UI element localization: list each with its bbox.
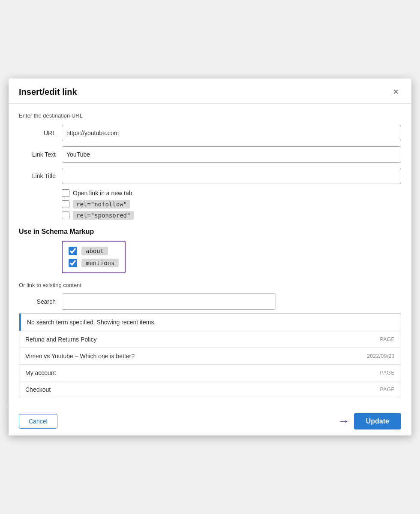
link-text-label: Link Text xyxy=(19,151,62,158)
open-new-tab-checkbox[interactable] xyxy=(62,189,69,197)
result-title: Checkout xyxy=(25,386,51,393)
link-text-row: Link Text xyxy=(19,146,401,163)
link-existing-label: Or link to existing content xyxy=(19,282,401,288)
checkboxes-area: Open link in a new tab rel="nofollow" re… xyxy=(62,189,401,219)
link-title-row: Link Title xyxy=(19,168,401,184)
search-label: Search xyxy=(19,298,62,305)
dialog-title: Insert/edit link xyxy=(19,87,77,97)
about-label: about xyxy=(81,248,108,254)
url-input[interactable] xyxy=(62,125,401,141)
rel-nofollow-checkbox[interactable] xyxy=(62,200,69,208)
result-meta: PAGE xyxy=(380,370,395,376)
destination-url-label: Enter the destination URL xyxy=(19,112,401,119)
about-row: about xyxy=(69,247,119,255)
about-badge: about xyxy=(81,247,108,255)
cancel-button[interactable]: Cancel xyxy=(19,414,57,429)
link-existing-section: Or link to existing content Search No se… xyxy=(19,282,401,398)
dialog-footer: Cancel → Update xyxy=(9,407,411,435)
search-notice: No search term specified. Showing recent… xyxy=(19,314,401,331)
result-item[interactable]: My account PAGE xyxy=(19,364,401,381)
about-checkbox[interactable] xyxy=(69,247,77,255)
result-title: Refund and Returns Policy xyxy=(25,336,97,343)
update-button[interactable]: Update xyxy=(354,413,401,429)
rel-nofollow-row: rel="nofollow" xyxy=(62,200,401,208)
rel-sponsored-label: rel="sponsored" xyxy=(73,212,134,219)
rel-sponsored-badge: rel="sponsored" xyxy=(73,211,134,220)
link-title-label: Link Title xyxy=(19,172,62,179)
search-row: Search xyxy=(19,293,401,310)
rel-sponsored-checkbox[interactable] xyxy=(62,212,69,219)
schema-markup-box: about mentions xyxy=(62,241,126,273)
result-meta: PAGE xyxy=(380,387,395,393)
schema-markup-title: Use in Schema Markup xyxy=(19,228,401,236)
insert-edit-link-dialog: Insert/edit link × Enter the destination… xyxy=(9,79,411,435)
arrow-icon: → xyxy=(338,415,350,427)
result-item[interactable]: Vimeo vs Youtube – Which one is better? … xyxy=(19,348,401,364)
mentions-badge: mentions xyxy=(81,259,119,267)
rel-nofollow-label: rel="nofollow" xyxy=(73,201,130,208)
mentions-label: mentions xyxy=(81,260,119,266)
result-title: My account xyxy=(25,369,56,376)
update-area: → Update xyxy=(338,413,401,429)
result-item[interactable]: Checkout PAGE xyxy=(19,381,401,398)
link-text-input[interactable] xyxy=(62,146,401,163)
result-item[interactable]: Refund and Returns Policy PAGE xyxy=(19,331,401,348)
mentions-checkbox[interactable] xyxy=(69,259,77,267)
url-label: URL xyxy=(19,130,62,136)
result-meta: 2022/09/23 xyxy=(367,353,395,359)
result-title: Vimeo vs Youtube – Which one is better? xyxy=(25,353,135,360)
dialog-body: Enter the destination URL URL Link Text … xyxy=(9,104,411,407)
close-button[interactable]: × xyxy=(390,86,401,97)
result-meta: PAGE xyxy=(380,336,395,342)
schema-markup-section: Use in Schema Markup about mentions xyxy=(19,228,401,273)
link-title-input[interactable] xyxy=(62,168,401,184)
rel-nofollow-badge: rel="nofollow" xyxy=(73,200,130,209)
mentions-row: mentions xyxy=(69,259,119,267)
open-new-tab-row: Open link in a new tab xyxy=(62,189,401,197)
url-row: URL xyxy=(19,125,401,141)
search-results: No search term specified. Showing recent… xyxy=(19,313,401,398)
search-input[interactable] xyxy=(62,293,276,310)
open-new-tab-label: Open link in a new tab xyxy=(73,190,132,197)
dialog-header: Insert/edit link × xyxy=(9,79,411,104)
rel-sponsored-row: rel="sponsored" xyxy=(62,212,401,219)
